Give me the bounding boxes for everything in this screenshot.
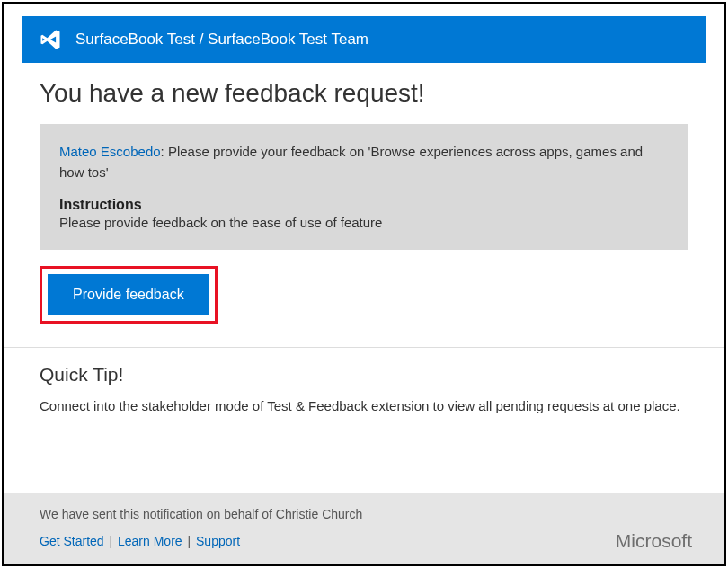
microsoft-logo: Microsoft — [616, 530, 692, 552]
requester-colon: : — [161, 144, 168, 159]
cta-highlight-box: Provide feedback — [40, 266, 218, 324]
feedback-request-box: Mateo Escobedo: Please provide your feed… — [40, 124, 688, 250]
main-content: You have a new feedback request! Mateo E… — [4, 63, 724, 324]
visual-studio-icon — [38, 27, 63, 52]
quick-tip-section: Quick Tip! Connect into the stakeholder … — [4, 348, 724, 433]
page-title: You have a new feedback request! — [40, 79, 688, 108]
learn-more-link[interactable]: Learn More — [118, 534, 182, 548]
header-bar: SurfaceBook Test / SurfaceBook Test Team — [22, 16, 706, 63]
tip-heading: Quick Tip! — [40, 364, 688, 386]
provide-feedback-button[interactable]: Provide feedback — [48, 274, 209, 315]
instructions-heading: Instructions — [59, 197, 669, 213]
instructions-text: Please provide feedback on the ease of u… — [59, 215, 669, 230]
support-link[interactable]: Support — [196, 534, 240, 548]
email-frame: SurfaceBook Test / SurfaceBook Test Team… — [2, 2, 726, 566]
request-message: Mateo Escobedo: Please provide your feed… — [59, 142, 669, 182]
footer: We have sent this notification on behalf… — [4, 493, 724, 564]
tip-text: Connect into the stakeholder mode of Tes… — [40, 396, 688, 415]
requester-link[interactable]: Mateo Escobedo — [59, 144, 161, 159]
footer-notice: We have sent this notification on behalf… — [40, 507, 688, 521]
footer-links: Get Started | Learn More | Support — [40, 534, 688, 548]
get-started-link[interactable]: Get Started — [40, 534, 104, 548]
link-separator: | — [188, 534, 195, 548]
breadcrumb: SurfaceBook Test / SurfaceBook Test Team — [75, 31, 368, 49]
link-separator: | — [109, 534, 116, 548]
